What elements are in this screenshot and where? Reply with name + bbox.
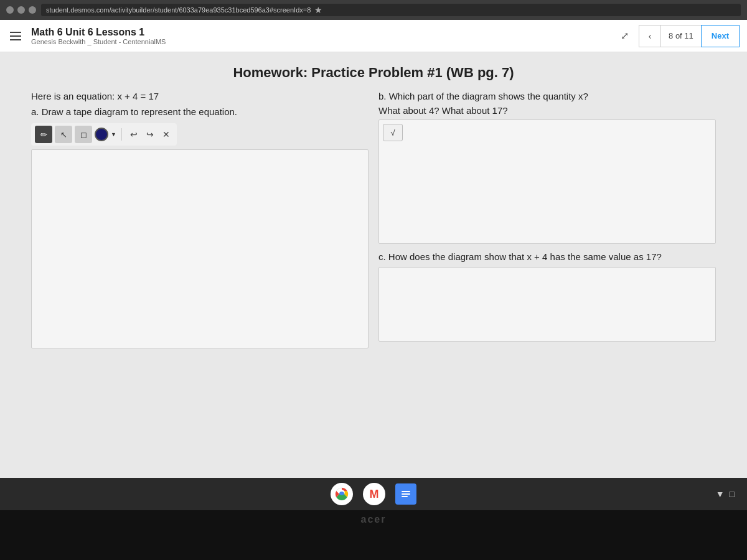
erase-icon: ◻ <box>80 130 87 139</box>
svg-rect-2 <box>402 491 410 492</box>
laptop-bottom: acer <box>0 510 747 560</box>
app-title: Math 6 Unit 6 Lessons 1 <box>31 27 611 38</box>
part-c-label: c. How does the diagram show that x + 4 … <box>378 251 716 262</box>
part-a-label: a. Draw a tape diagram to represent the … <box>31 106 369 117</box>
part-b-label-line1: b. Which part of the diagram shows the q… <box>378 91 716 101</box>
browser-bar: student.desmos.com/activitybuilder/stude… <box>0 0 747 20</box>
prev-button[interactable]: ‹ <box>639 25 661 47</box>
equation-text: Here is an equation: x + 4 = 17 <box>31 91 369 101</box>
battery-icon: □ <box>730 489 735 499</box>
app-header: Math 6 Unit 6 Lessons 1 Genesis Beckwith… <box>0 20 747 52</box>
wifi-icon: ▼ <box>716 489 725 499</box>
pen-icon: ✏ <box>40 130 47 139</box>
svg-rect-3 <box>402 493 410 495</box>
part-c-section: c. How does the diagram show that x + 4 … <box>378 251 716 342</box>
taskbar-right-icons: ▼ □ <box>716 489 735 499</box>
svg-rect-4 <box>402 496 408 497</box>
expand-icon[interactable]: ⤢ <box>618 27 631 44</box>
page-counter: 8 of 11 <box>661 25 701 47</box>
browser-controls <box>6 6 36 14</box>
drawing-toolbar: ✏ ↖ ◻ ▼ ↩ ↪ ✕ <box>31 123 177 146</box>
menu-button[interactable] <box>7 29 24 43</box>
toolbar-separator <box>121 128 122 141</box>
erase-tool-button[interactable]: ◻ <box>75 126 92 143</box>
part-c-answer-box[interactable] <box>378 267 716 342</box>
pen-tool-button[interactable]: ✏ <box>35 126 52 143</box>
browser-max-btn <box>29 6 36 14</box>
page-title: Homework: Practice Problem #1 (WB pg. 7) <box>233 65 514 81</box>
redo-icon: ↪ <box>146 129 154 139</box>
left-panel: Here is an equation: x + 4 = 17 a. Draw … <box>31 91 369 348</box>
select-tool-button[interactable]: ↖ <box>55 126 72 143</box>
select-icon: ↖ <box>60 130 67 139</box>
browser-close-btn <box>6 6 14 14</box>
undo-icon: ↩ <box>130 129 138 139</box>
url-bar[interactable]: student.desmos.com/activitybuilder/stude… <box>41 4 741 16</box>
gmail-icon-label: M <box>370 488 379 501</box>
app-subtitle: Genesis Beckwith _ Student - CentennialM… <box>31 38 611 45</box>
content-grid: Here is an equation: x + 4 = 17 a. Draw … <box>31 91 716 348</box>
bookmark-icon[interactable]: ★ <box>314 5 322 15</box>
drawing-canvas[interactable] <box>31 149 369 348</box>
next-button[interactable]: Next <box>701 25 740 47</box>
color-picker-button[interactable] <box>95 128 108 141</box>
header-title-block: Math 6 Unit 6 Lessons 1 Genesis Beckwith… <box>31 27 611 45</box>
part-b-section: b. Which part of the diagram shows the q… <box>378 91 716 244</box>
header-center: ⤢ <box>618 27 631 44</box>
header-nav: ‹ 8 of 11 Next <box>639 25 740 47</box>
clear-icon: ✕ <box>162 129 170 139</box>
acer-logo: acer <box>361 514 387 525</box>
clear-button[interactable]: ✕ <box>159 128 173 141</box>
part-b-label-line2: What about 4? What about 17? <box>378 105 716 116</box>
browser-min-btn <box>17 6 25 14</box>
url-text: student.desmos.com/activitybuilder/stude… <box>46 6 311 14</box>
math-symbol-icon: √ <box>390 128 395 138</box>
color-dropdown-icon[interactable]: ▼ <box>111 131 116 138</box>
gmail-taskbar-icon[interactable]: M <box>363 483 385 505</box>
main-content: Homework: Practice Problem #1 (WB pg. 7)… <box>0 52 747 478</box>
undo-button[interactable]: ↩ <box>127 128 141 141</box>
right-panel: b. Which part of the diagram shows the q… <box>378 91 716 348</box>
chrome-taskbar-icon[interactable] <box>331 483 353 505</box>
math-input-button[interactable]: √ <box>383 124 403 141</box>
docs-taskbar-icon[interactable] <box>395 483 416 505</box>
redo-button[interactable]: ↪ <box>143 128 157 141</box>
part-b-answer-box[interactable]: √ <box>378 119 716 244</box>
taskbar: M ▼ □ <box>0 478 747 510</box>
